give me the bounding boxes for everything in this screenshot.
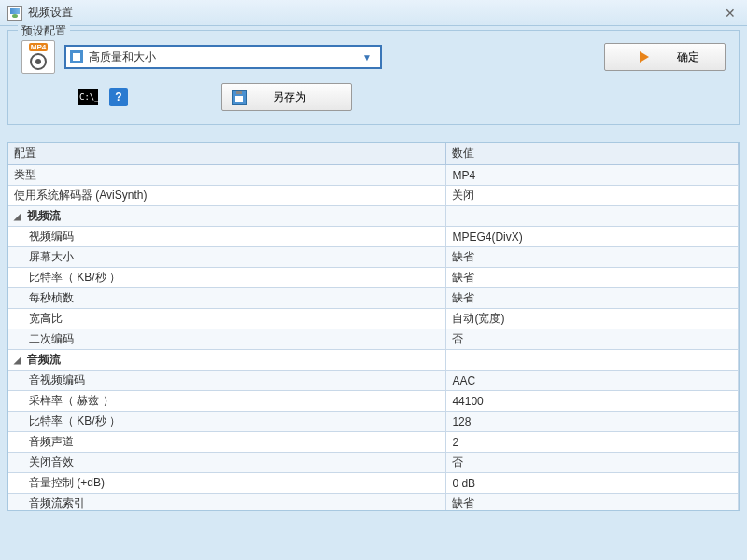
film-icon — [70, 50, 83, 63]
table-row[interactable]: 屏幕大小缺省 — [8, 247, 739, 268]
preset-row: MP4 高质量和大小 ▼ 确定 — [21, 40, 726, 74]
ok-button[interactable]: 确定 — [604, 43, 726, 71]
property-label: 类型 — [8, 165, 446, 186]
category-value — [446, 350, 739, 371]
property-label: 每秒桢数 — [8, 288, 446, 309]
tool-row: C:\_ ? 另存为 — [21, 83, 726, 111]
property-value[interactable]: 44100 — [446, 391, 739, 412]
category-label: 视频流 — [27, 209, 61, 222]
property-label: 音频流索引 — [8, 494, 446, 511]
property-label: 二次编码 — [8, 329, 446, 350]
window-title: 视频设置 — [28, 5, 721, 21]
property-label: 音量控制 (+dB) — [8, 473, 446, 494]
property-value[interactable]: AAC — [446, 371, 739, 391]
preset-fieldset: 预设配置 MP4 高质量和大小 ▼ 确定 C:\_ ? 另存为 — [7, 30, 740, 125]
property-value[interactable]: 缺省 — [446, 247, 739, 268]
property-label: 屏幕大小 — [8, 247, 446, 268]
property-value[interactable]: 缺省 — [446, 268, 739, 288]
content-area: 预设配置 MP4 高质量和大小 ▼ 确定 C:\_ ? 另存为 — [0, 30, 747, 518]
category-value — [446, 206, 739, 227]
property-value[interactable]: MP4 — [446, 165, 739, 186]
table-row[interactable]: 音量控制 (+dB)0 dB — [8, 473, 739, 494]
table-row[interactable]: 宽高比自动(宽度) — [8, 309, 739, 329]
ok-button-label: 确定 — [677, 49, 699, 65]
property-label: 比特率（ KB/秒 ） — [8, 412, 446, 432]
format-badge: MP4 — [29, 43, 48, 51]
settings-grid-container: 配置 数值 类型MP4使用系统解码器 (AviSynth)关闭◢视频流视频编码M… — [7, 142, 740, 511]
settings-grid: 配置 数值 类型MP4使用系统解码器 (AviSynth)关闭◢视频流视频编码M… — [8, 143, 739, 511]
table-row[interactable]: 音频流索引缺省 — [8, 494, 739, 511]
saveas-button[interactable]: 另存为 — [221, 83, 352, 111]
table-row[interactable]: 使用系统解码器 (AviSynth)关闭 — [8, 186, 739, 206]
property-label: 宽高比 — [8, 309, 446, 329]
property-label: 比特率（ KB/秒 ） — [8, 268, 446, 288]
expander-expanded-icon[interactable]: ◢ — [14, 355, 25, 365]
col-header-config[interactable]: 配置 — [8, 143, 446, 165]
chevron-down-icon: ▼ — [358, 48, 376, 66]
table-row[interactable]: 采样率（ 赫兹 ）44100 — [8, 391, 739, 412]
category-label: 音频流 — [27, 353, 61, 366]
property-label: 音频声道 — [8, 432, 446, 453]
property-value[interactable]: 缺省 — [446, 494, 739, 511]
film-reel-icon — [30, 53, 47, 70]
preset-dropdown-text: 高质量和大小 — [89, 49, 358, 65]
preset-dropdown[interactable]: 高质量和大小 ▼ — [64, 45, 382, 69]
table-row[interactable]: 每秒桢数缺省 — [8, 288, 739, 309]
property-value[interactable]: 2 — [446, 432, 739, 453]
preset-legend: 预设配置 — [18, 23, 70, 39]
property-value[interactable]: 0 dB — [446, 473, 739, 494]
property-label: 音视频编码 — [8, 371, 446, 391]
table-row[interactable]: 关闭音效否 — [8, 453, 739, 473]
property-label: 视频编码 — [8, 227, 446, 247]
help-icon[interactable]: ? — [109, 88, 128, 106]
arrow-right-icon — [640, 51, 649, 63]
format-icon: MP4 — [21, 40, 55, 74]
table-row[interactable]: 音视频编码AAC — [8, 371, 739, 391]
table-row[interactable]: ◢视频流 — [8, 206, 739, 227]
table-row[interactable]: 类型MP4 — [8, 165, 739, 186]
table-row[interactable]: ◢音频流 — [8, 350, 739, 371]
table-row[interactable]: 比特率（ KB/秒 ）128 — [8, 412, 739, 432]
property-value[interactable]: 否 — [446, 329, 739, 350]
app-icon — [7, 6, 22, 21]
property-value[interactable]: 128 — [446, 412, 739, 432]
property-value[interactable]: 关闭 — [446, 186, 739, 206]
property-value[interactable]: 否 — [446, 453, 739, 473]
property-value[interactable]: 自动(宽度) — [446, 309, 739, 329]
close-button[interactable]: ✕ — [721, 4, 740, 22]
property-label: 使用系统解码器 (AviSynth) — [8, 186, 446, 206]
floppy-icon — [232, 90, 247, 105]
property-label: 采样率（ 赫兹 ） — [8, 391, 446, 412]
expander-expanded-icon[interactable]: ◢ — [14, 211, 25, 221]
table-row[interactable]: 音频声道2 — [8, 432, 739, 453]
cmd-icon[interactable]: C:\_ — [78, 89, 98, 105]
table-row[interactable]: 二次编码否 — [8, 329, 739, 350]
property-label: 关闭音效 — [8, 453, 446, 473]
titlebar: 视频设置 ✕ — [0, 0, 747, 26]
property-value[interactable]: 缺省 — [446, 288, 739, 309]
col-header-value[interactable]: 数值 — [446, 143, 739, 165]
saveas-button-label: 另存为 — [273, 90, 306, 105]
table-row[interactable]: 视频编码MPEG4(DivX) — [8, 227, 739, 247]
property-value[interactable]: MPEG4(DivX) — [446, 227, 739, 247]
table-row[interactable]: 比特率（ KB/秒 ）缺省 — [8, 268, 739, 288]
